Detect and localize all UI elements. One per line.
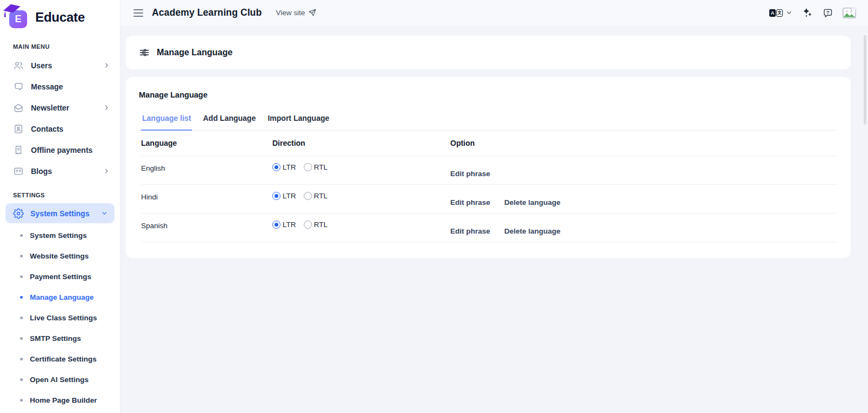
language-cell: English <box>141 156 272 172</box>
broken-image-icon <box>843 7 856 19</box>
avatar[interactable] <box>843 7 856 19</box>
delete-language-link[interactable]: Delete language <box>505 198 561 206</box>
sidebar-subitem-label: Payment Settings <box>30 273 91 281</box>
ltr-radio[interactable]: LTR <box>272 192 296 200</box>
ltr-radio[interactable]: LTR <box>272 221 296 229</box>
sidebar-item-newsletter[interactable]: Newsletter <box>0 97 120 118</box>
table-row-spanish: SpanishLTRRTLEdit phraseDelete language <box>141 214 838 242</box>
offline-payments-icon <box>13 145 24 156</box>
sidebar-item-offline-payments[interactable]: Offline payments <box>0 139 120 160</box>
sidebar-item-label: Offline payments <box>31 146 110 154</box>
contacts-icon <box>13 124 24 134</box>
radio-label: LTR <box>283 221 296 229</box>
direction-cell: LTRRTL <box>272 185 450 200</box>
view-site-label: View site <box>276 9 305 17</box>
blogs-icon <box>13 166 24 177</box>
section-label-settings: SETTINGS <box>0 192 120 198</box>
table-body: EnglishLTRRTLEdit phraseHindiLTRRTLEdit … <box>141 156 838 242</box>
sidebar-item-users[interactable]: Users <box>0 55 120 76</box>
bullet-icon <box>20 234 23 237</box>
sidebar-item-label: Blogs <box>31 167 103 176</box>
tab-add-language[interactable]: Add Language <box>202 111 257 131</box>
brand-name: Educate <box>35 10 85 25</box>
svg-text:?: ? <box>826 10 829 15</box>
radio-icon[interactable] <box>304 221 312 229</box>
radio-label: RTL <box>314 221 328 229</box>
radio-icon[interactable] <box>304 192 312 200</box>
tab-bar: Language listAdd LanguageImport Language <box>139 111 838 131</box>
chevron-down-icon <box>786 9 793 16</box>
bullet-icon <box>20 399 23 402</box>
bullet-icon <box>20 378 23 381</box>
sidebar: E Educate MAIN MENU UsersMessageNewslett… <box>0 0 120 413</box>
main-menu: UsersMessageNewsletterContactsOffline pa… <box>0 55 120 182</box>
table-row-english: EnglishLTRRTLEdit phrase <box>141 156 838 185</box>
table-row-hindi: HindiLTRRTLEdit phraseDelete language <box>141 185 838 214</box>
ltr-radio[interactable]: LTR <box>272 163 296 171</box>
translate-icon: A文 <box>769 9 783 17</box>
column-header-option: Option <box>450 131 838 147</box>
sidebar-subitem-label: Live Class Settings <box>30 314 97 322</box>
direction-cell: LTRRTL <box>272 214 450 229</box>
gear-icon <box>13 208 24 219</box>
sliders-icon <box>139 47 150 58</box>
topbar: Academy Learning Club View site A文 ? <box>120 0 868 25</box>
bullet-icon <box>20 275 23 278</box>
menu-toggle-icon[interactable] <box>133 9 143 17</box>
help-chat-icon[interactable]: ? <box>822 8 833 18</box>
panel-title: Manage Language <box>139 91 838 99</box>
scrollbar[interactable] <box>864 35 866 125</box>
option-cell: Edit phraseDelete language <box>450 185 838 206</box>
edit-phrase-link[interactable]: Edit phrase <box>450 170 490 178</box>
tab-language-list[interactable]: Language list <box>141 111 192 131</box>
table-header-row: LanguageDirectionOption <box>141 131 838 156</box>
brand-logo[interactable]: E Educate <box>0 0 120 30</box>
sidebar-item-label: Users <box>31 61 103 70</box>
edit-phrase-link[interactable]: Edit phrase <box>450 227 490 235</box>
sidebar-item-label: Contacts <box>31 125 110 133</box>
site-title: Academy Learning Club <box>152 7 261 18</box>
sidebar-subitem-certificate-settings[interactable]: Certificate Settings <box>0 349 120 369</box>
language-cell: Spanish <box>141 214 272 230</box>
sidebar-subitem-manage-language[interactable]: Manage Language <box>0 287 120 307</box>
chevron-down-icon <box>101 210 108 217</box>
bullet-icon <box>20 337 23 340</box>
view-site-link[interactable]: View site <box>276 9 316 17</box>
sidebar-subitem-open-ai-settings[interactable]: Open AI Settings <box>0 369 120 390</box>
radio-icon[interactable] <box>272 192 280 200</box>
radio-label: LTR <box>283 192 296 200</box>
sidebar-subitem-system-settings[interactable]: System Settings <box>0 225 120 246</box>
sidebar-item-message[interactable]: Message <box>0 76 120 97</box>
bullet-icon <box>20 317 23 319</box>
sidebar-subitem-website-settings[interactable]: Website Settings <box>0 246 120 266</box>
language-switcher[interactable]: A文 <box>769 9 793 17</box>
sidebar-subitem-smtp-settings[interactable]: SMTP Settings <box>0 328 120 349</box>
manage-language-panel: Manage Language Language listAdd Languag… <box>126 77 851 258</box>
language-table: LanguageDirectionOption EnglishLTRRTLEdi… <box>139 131 838 242</box>
sidebar-subitem-label: Home Page Builder <box>30 396 97 404</box>
rtl-radio[interactable]: RTL <box>304 163 328 171</box>
radio-icon[interactable] <box>304 163 312 171</box>
main-content: Manage Language Manage Language Language… <box>120 25 868 413</box>
brand-logo-icon: E <box>4 4 30 30</box>
edit-phrase-link[interactable]: Edit phrase <box>450 198 490 206</box>
tab-import-language[interactable]: Import Language <box>266 111 330 131</box>
sidebar-item-contacts[interactable]: Contacts <box>0 118 120 139</box>
column-header-direction: Direction <box>272 131 450 147</box>
sidebar-item-blogs[interactable]: Blogs <box>0 160 120 182</box>
sparkles-icon[interactable] <box>802 7 813 18</box>
radio-icon[interactable] <box>272 163 280 171</box>
page-header-card: Manage Language <box>126 36 851 69</box>
radio-icon[interactable] <box>272 221 280 229</box>
rtl-radio[interactable]: RTL <box>304 221 328 229</box>
rtl-radio[interactable]: RTL <box>304 192 328 200</box>
sidebar-item-system-settings-parent[interactable]: System Settings <box>5 203 114 223</box>
radio-label: LTR <box>283 163 296 171</box>
sidebar-subitem-live-class-settings[interactable]: Live Class Settings <box>0 307 120 328</box>
sidebar-subitem-home-page-builder[interactable]: Home Page Builder <box>0 390 120 410</box>
delete-language-link[interactable]: Delete language <box>505 227 561 235</box>
option-cell: Edit phraseDelete language <box>450 214 838 235</box>
sidebar-item-label: Newsletter <box>31 104 103 112</box>
send-icon <box>308 9 316 17</box>
sidebar-subitem-payment-settings[interactable]: Payment Settings <box>0 266 120 287</box>
